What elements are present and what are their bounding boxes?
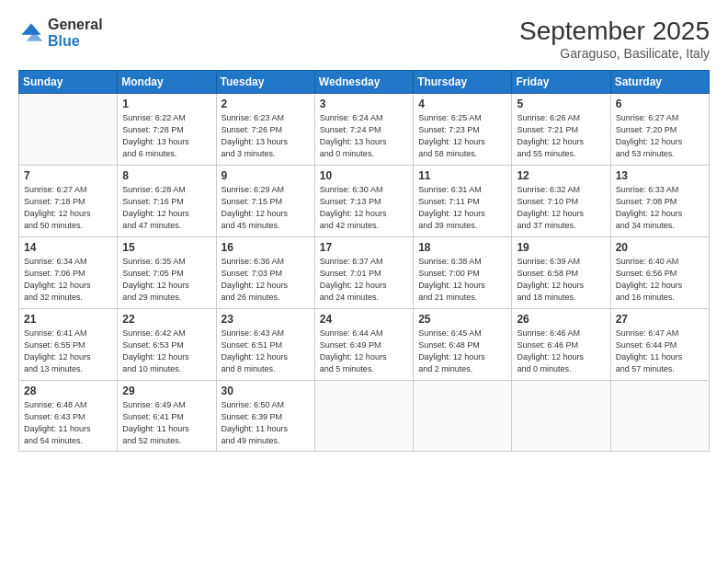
weekday-header: Wednesday [314, 71, 413, 94]
calendar-cell: 24Sunrise: 6:44 AMSunset: 6:49 PMDayligh… [314, 309, 413, 381]
day-info: Sunrise: 6:22 AMSunset: 7:28 PMDaylight:… [122, 112, 210, 160]
day-number: 29 [122, 385, 210, 397]
calendar-header-row: SundayMondayTuesdayWednesdayThursdayFrid… [19, 71, 710, 94]
day-number: 8 [122, 169, 210, 182]
day-number: 30 [222, 385, 310, 397]
day-info: Sunrise: 6:24 AMSunset: 7:24 PMDaylight:… [320, 112, 408, 160]
calendar-cell: 20Sunrise: 6:40 AMSunset: 6:56 PMDayligh… [610, 237, 709, 309]
day-info: Sunrise: 6:27 AMSunset: 7:20 PMDaylight:… [616, 112, 704, 160]
calendar-table: SundayMondayTuesdayWednesdayThursdayFrid… [18, 70, 710, 452]
day-info: Sunrise: 6:38 AMSunset: 7:00 PMDaylight:… [418, 256, 506, 304]
calendar-cell: 21Sunrise: 6:41 AMSunset: 6:55 PMDayligh… [19, 309, 118, 381]
day-info: Sunrise: 6:41 AMSunset: 6:55 PMDaylight:… [24, 327, 112, 375]
day-info: Sunrise: 6:30 AMSunset: 7:13 PMDaylight:… [320, 184, 408, 232]
day-number: 15 [122, 241, 210, 254]
day-info: Sunrise: 6:46 AMSunset: 6:46 PMDaylight:… [517, 327, 605, 375]
day-number: 14 [24, 241, 112, 254]
calendar-cell: 26Sunrise: 6:46 AMSunset: 6:46 PMDayligh… [512, 309, 610, 381]
day-info: Sunrise: 6:33 AMSunset: 7:08 PMDaylight:… [616, 184, 704, 232]
calendar-row: 14Sunrise: 6:34 AMSunset: 7:06 PMDayligh… [19, 237, 710, 309]
calendar-cell: 11Sunrise: 6:31 AMSunset: 7:11 PMDayligh… [414, 166, 512, 237]
day-number: 16 [222, 241, 310, 254]
day-info: Sunrise: 6:26 AMSunset: 7:21 PMDaylight:… [517, 112, 605, 160]
calendar-cell: 2Sunrise: 6:23 AMSunset: 7:26 PMDaylight… [216, 94, 314, 166]
calendar-cell: 25Sunrise: 6:45 AMSunset: 6:48 PMDayligh… [414, 309, 512, 381]
day-info: Sunrise: 6:31 AMSunset: 7:11 PMDaylight:… [418, 184, 506, 232]
calendar-cell: 12Sunrise: 6:32 AMSunset: 7:10 PMDayligh… [512, 166, 610, 237]
calendar-cell: 6Sunrise: 6:27 AMSunset: 7:20 PMDaylight… [610, 94, 709, 166]
day-info: Sunrise: 6:47 AMSunset: 6:44 PMDaylight:… [616, 327, 704, 375]
day-number: 28 [24, 385, 112, 397]
day-info: Sunrise: 6:25 AMSunset: 7:23 PMDaylight:… [418, 112, 506, 160]
calendar-cell: 22Sunrise: 6:42 AMSunset: 6:53 PMDayligh… [118, 309, 216, 381]
day-number: 23 [222, 313, 310, 326]
calendar-cell: 3Sunrise: 6:24 AMSunset: 7:24 PMDaylight… [314, 94, 413, 166]
day-number: 25 [418, 313, 506, 326]
calendar-cell: 15Sunrise: 6:35 AMSunset: 7:05 PMDayligh… [118, 237, 216, 309]
day-info: Sunrise: 6:45 AMSunset: 6:48 PMDaylight:… [418, 327, 506, 375]
weekday-header: Monday [118, 71, 216, 94]
calendar-cell [314, 381, 413, 452]
day-number: 9 [222, 169, 310, 182]
weekday-header: Sunday [19, 71, 118, 94]
logo: General Blue [18, 17, 103, 49]
day-number: 17 [320, 241, 408, 254]
calendar-cell [414, 381, 512, 452]
day-number: 7 [24, 169, 112, 182]
calendar-cell: 17Sunrise: 6:37 AMSunset: 7:01 PMDayligh… [314, 237, 413, 309]
day-number: 6 [616, 98, 704, 110]
calendar-cell [19, 94, 118, 166]
calendar-cell: 28Sunrise: 6:48 AMSunset: 6:43 PMDayligh… [19, 381, 118, 452]
calendar-cell: 18Sunrise: 6:38 AMSunset: 7:00 PMDayligh… [414, 237, 512, 309]
day-number: 12 [517, 169, 605, 182]
day-number: 4 [418, 98, 506, 110]
weekday-header: Thursday [414, 71, 512, 94]
day-info: Sunrise: 6:40 AMSunset: 6:56 PMDaylight:… [616, 256, 704, 304]
day-info: Sunrise: 6:36 AMSunset: 7:03 PMDaylight:… [222, 256, 310, 304]
day-info: Sunrise: 6:28 AMSunset: 7:16 PMDaylight:… [122, 184, 210, 232]
day-info: Sunrise: 6:42 AMSunset: 6:53 PMDaylight:… [122, 327, 210, 375]
calendar-cell: 10Sunrise: 6:30 AMSunset: 7:13 PMDayligh… [314, 166, 413, 237]
weekday-header: Tuesday [216, 71, 314, 94]
day-info: Sunrise: 6:37 AMSunset: 7:01 PMDaylight:… [320, 256, 408, 304]
day-number: 2 [222, 98, 310, 110]
calendar-row: 7Sunrise: 6:27 AMSunset: 7:18 PMDaylight… [19, 166, 710, 237]
day-info: Sunrise: 6:49 AMSunset: 6:41 PMDaylight:… [122, 399, 210, 447]
month-year-title: September 2025 [519, 17, 710, 46]
day-number: 13 [616, 169, 704, 182]
calendar-cell: 14Sunrise: 6:34 AMSunset: 7:06 PMDayligh… [19, 237, 118, 309]
calendar-cell: 5Sunrise: 6:26 AMSunset: 7:21 PMDaylight… [512, 94, 610, 166]
day-number: 11 [418, 169, 506, 182]
calendar-cell: 1Sunrise: 6:22 AMSunset: 7:28 PMDaylight… [118, 94, 216, 166]
day-number: 10 [320, 169, 408, 182]
calendar-cell: 8Sunrise: 6:28 AMSunset: 7:16 PMDaylight… [118, 166, 216, 237]
day-info: Sunrise: 6:50 AMSunset: 6:39 PMDaylight:… [222, 399, 310, 447]
calendar-cell: 16Sunrise: 6:36 AMSunset: 7:03 PMDayligh… [216, 237, 314, 309]
day-number: 3 [320, 98, 408, 110]
page-header: General Blue September 2025 Garaguso, Ba… [18, 17, 710, 61]
day-info: Sunrise: 6:27 AMSunset: 7:18 PMDaylight:… [24, 184, 112, 232]
calendar-cell: 19Sunrise: 6:39 AMSunset: 6:58 PMDayligh… [512, 237, 610, 309]
calendar-cell: 7Sunrise: 6:27 AMSunset: 7:18 PMDaylight… [19, 166, 118, 237]
calendar-row: 28Sunrise: 6:48 AMSunset: 6:43 PMDayligh… [19, 381, 710, 452]
calendar-cell: 4Sunrise: 6:25 AMSunset: 7:23 PMDaylight… [414, 94, 512, 166]
calendar-row: 1Sunrise: 6:22 AMSunset: 7:28 PMDaylight… [19, 94, 710, 166]
day-info: Sunrise: 6:39 AMSunset: 6:58 PMDaylight:… [517, 256, 605, 304]
day-info: Sunrise: 6:29 AMSunset: 7:15 PMDaylight:… [222, 184, 310, 232]
title-block: September 2025 Garaguso, Basilicate, Ita… [519, 17, 710, 61]
calendar-cell: 9Sunrise: 6:29 AMSunset: 7:15 PMDaylight… [216, 166, 314, 237]
calendar-cell [512, 381, 610, 452]
calendar-cell: 29Sunrise: 6:49 AMSunset: 6:41 PMDayligh… [118, 381, 216, 452]
day-number: 1 [122, 98, 210, 110]
day-info: Sunrise: 6:48 AMSunset: 6:43 PMDaylight:… [24, 399, 112, 447]
day-number: 19 [517, 241, 605, 254]
day-info: Sunrise: 6:34 AMSunset: 7:06 PMDaylight:… [24, 256, 112, 304]
day-number: 27 [616, 313, 704, 326]
calendar-cell [610, 381, 709, 452]
day-number: 5 [517, 98, 605, 110]
day-number: 20 [616, 241, 704, 254]
day-info: Sunrise: 6:35 AMSunset: 7:05 PMDaylight:… [122, 256, 210, 304]
svg-marker-0 [22, 23, 41, 34]
day-number: 26 [517, 313, 605, 326]
day-info: Sunrise: 6:23 AMSunset: 7:26 PMDaylight:… [222, 112, 310, 160]
